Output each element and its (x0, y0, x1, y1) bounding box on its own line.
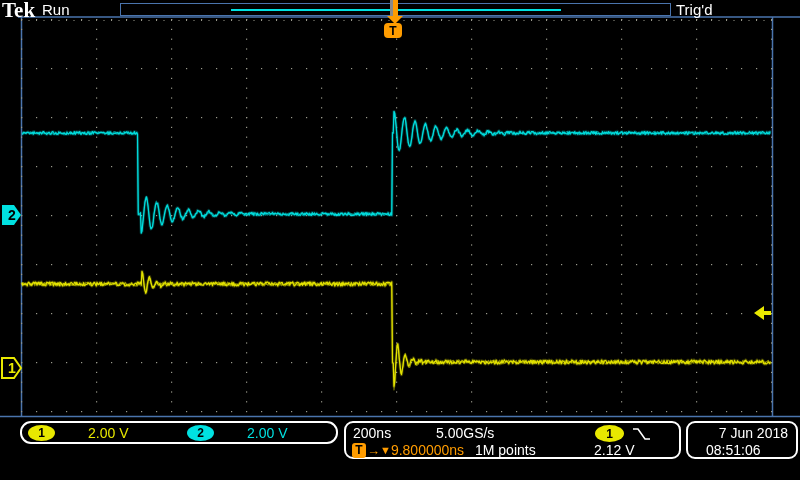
datetime-readout: 7 Jun 2018 08:51:06 (686, 421, 798, 459)
channel1-ground-marker: 1 (1, 357, 22, 379)
channel-scale-readout: 1 2.00 V 2 2.00 V (20, 421, 338, 444)
sample-rate: 5.00GS/s (436, 425, 494, 441)
acquisition-status: Run (42, 1, 70, 18)
channel2-ground-marker: 2 (1, 204, 22, 226)
channel1-marker-label: 1 (8, 360, 16, 376)
trigger-status: Trig'd (676, 1, 712, 18)
tek-logo: Tek (2, 0, 35, 23)
time-value: 08:51:06 (706, 442, 761, 458)
channel1-badge: 1 (28, 425, 55, 441)
trigger-slope-glyph: ▼ (380, 443, 391, 458)
trigger-arrow-glyph: → (367, 443, 380, 458)
trigger-level-value: 2.12 V (594, 442, 634, 458)
channel2-marker-label: 2 (8, 207, 16, 223)
date-value: 7 Jun 2018 (719, 425, 788, 441)
channel2-badge: 2 (187, 425, 214, 441)
oscilloscope-screen: Tek Run Trig'd T 2 1 1 2.00 V 2 2.00 V 2… (0, 0, 800, 480)
horizontal-trigger-readout: 200ns 5.00GS/s 1 T → ▼ 9.800000ns 1M poi… (344, 421, 681, 459)
channel2-scale: 2.00 V (247, 425, 287, 441)
timebase-scale: 200ns (353, 425, 391, 441)
graticule-waveform-canvas (0, 0, 800, 480)
trigger-t-badge-small: T (352, 443, 366, 458)
trigger-source-badge: 1 (595, 425, 624, 442)
trigger-position-readout: T → ▼ 9.800000ns (352, 442, 464, 458)
trigger-position-value: 9.800000ns (391, 442, 464, 458)
record-length: 1M points (475, 442, 536, 458)
trigger-position-stem (390, 0, 398, 16)
channel1-scale: 2.00 V (88, 425, 128, 441)
trigger-t-badge: T (384, 23, 402, 38)
trigger-level-arrow-icon (754, 306, 772, 320)
falling-edge-icon (632, 426, 651, 442)
